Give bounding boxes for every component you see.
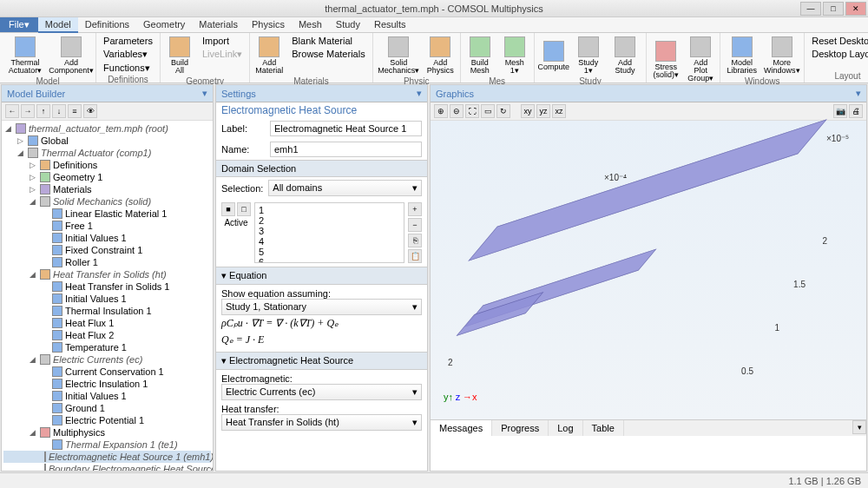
blank-material-menu[interactable]: Blank Material	[288, 35, 368, 47]
zoom-in-icon[interactable]: ⊕	[434, 104, 448, 118]
menu-mesh[interactable]: Mesh	[292, 17, 329, 33]
tree-node[interactable]: ▷Definitions	[3, 159, 211, 171]
tree-node[interactable]: Thermal Insulation 1	[3, 305, 211, 317]
domain-item[interactable]: 3	[257, 226, 402, 236]
heat-transfer-dropdown[interactable]: Heat Transfer in Solids (ht)▾	[221, 414, 422, 431]
compute-button[interactable]: Compute	[538, 35, 569, 76]
variables-menu[interactable]: Variables▾	[100, 48, 156, 61]
tree-node[interactable]: ▷Geometry 1	[3, 171, 211, 183]
tree-node[interactable]: ▷Global	[3, 135, 211, 147]
tree-node[interactable]: Roller 1	[3, 256, 211, 268]
study1-button[interactable]: Study 1▾	[573, 35, 604, 76]
view-xz-icon[interactable]: xz	[552, 104, 566, 118]
tree-node[interactable]: Fixed Constraint 1	[3, 244, 211, 256]
tree-node[interactable]: Temperature 1	[3, 341, 211, 353]
tree-node[interactable]: Electromagnetic Heat Source 1 (emh1)	[3, 451, 211, 463]
tree-node[interactable]: Heat Flux 2	[3, 329, 211, 341]
tree-node[interactable]: Electric Potential 1	[3, 414, 211, 426]
zoom-box-icon[interactable]: ▭	[481, 104, 495, 118]
tree-node[interactable]: ◢Solid Mechanics (solid)	[3, 195, 211, 208]
down-button[interactable]: ↓	[52, 104, 66, 118]
tree-node[interactable]: Initial Values 1	[3, 293, 211, 305]
panel-menu-icon[interactable]: ▾	[852, 420, 866, 434]
tree-node[interactable]: Free 1	[3, 220, 211, 232]
tree-node[interactable]: ◢Heat Transfer in Solids (ht)	[3, 268, 211, 280]
tree-node[interactable]: Ground 1	[3, 402, 211, 414]
domain-item[interactable]: 2	[257, 215, 402, 226]
forward-button[interactable]: →	[21, 104, 35, 118]
tree-node[interactable]: Electric Insulation 1	[3, 378, 211, 390]
zoom-extents-icon[interactable]: ⛶	[465, 104, 479, 118]
eye-icon[interactable]: 👁	[83, 104, 97, 118]
tree-node[interactable]: ▷Materials	[3, 183, 211, 195]
build-all-button[interactable]: Build All	[164, 35, 195, 76]
parameters-menu[interactable]: Parameters	[100, 35, 156, 47]
domain-remove-icon[interactable]: −	[408, 218, 422, 232]
label-input[interactable]	[270, 121, 422, 136]
tree-node[interactable]: Initial Values 1	[3, 390, 211, 402]
view-xy-icon[interactable]: xy	[521, 104, 535, 118]
tree-node[interactable]: ◢Multiphysics	[3, 426, 211, 439]
maximize-button[interactable]: □	[823, 2, 844, 16]
domain-item[interactable]: 6	[257, 257, 402, 263]
study-dropdown[interactable]: Study 1, Stationary▾	[221, 299, 422, 315]
tree-root[interactable]: ◢ thermal_actuator_tem.mph (root)	[3, 122, 211, 135]
domain-item[interactable]: 1	[257, 205, 402, 215]
tree-node[interactable]: ◢Thermal Actuator (comp1)	[3, 147, 211, 159]
close-button[interactable]: ✕	[845, 2, 866, 16]
thermal-actuator-button[interactable]: Thermal Actuator▾	[3, 35, 47, 76]
domain-list[interactable]: 1234567	[254, 202, 404, 263]
tree-node[interactable]: Heat Flux 1	[3, 317, 211, 329]
browse-materials-menu[interactable]: Browse Materials	[288, 48, 368, 60]
add-component-button[interactable]: Add Component▾	[50, 35, 92, 76]
domain-selection-section[interactable]: Domain Selection	[216, 160, 427, 177]
stress-button[interactable]: Stress (solid)▾	[650, 35, 681, 84]
add-plot-group-button[interactable]: Add Plot Group▾	[685, 35, 716, 84]
tab-messages[interactable]: Messages	[431, 420, 492, 436]
menu-model[interactable]: Model	[38, 17, 78, 33]
file-menu[interactable]: File▾	[0, 17, 38, 32]
name-input[interactable]	[270, 142, 422, 157]
back-button[interactable]: ←	[5, 104, 19, 118]
add-physics-button[interactable]: Add Physics	[424, 35, 457, 76]
tree-node[interactable]: Heat Transfer in Solids 1	[3, 280, 211, 293]
active-toggle[interactable]: ■	[221, 202, 235, 216]
tree-node[interactable]: ◢Electric Currents (ec)	[3, 353, 211, 366]
tree-node[interactable]: Thermal Expansion 1 (te1)	[3, 439, 211, 451]
tab-log[interactable]: Log	[549, 420, 582, 436]
electromagnetic-dropdown[interactable]: Electric Currents (ec)▾	[221, 384, 422, 400]
domain-item[interactable]: 4	[257, 236, 402, 247]
menu-physics[interactable]: Physics	[245, 17, 292, 33]
model-libraries-button[interactable]: Model Libraries	[724, 35, 760, 76]
graphics-canvas[interactable]: ×10⁻⁴ ×10⁻⁵ 0.5 1 1.5 2 2 y↑ z →x	[431, 121, 866, 419]
menu-definitions[interactable]: Definitions	[78, 17, 136, 33]
desktop-layout-menu[interactable]: Desktop Layout▾	[808, 48, 868, 61]
view-yz-icon[interactable]: yz	[536, 104, 550, 118]
domain-add-icon[interactable]: +	[408, 202, 422, 216]
add-material-button[interactable]: Add Material	[253, 35, 285, 76]
menu-study[interactable]: Study	[329, 17, 367, 33]
selection-dropdown[interactable]: All domains▾	[268, 180, 422, 196]
show-button[interactable]: ≡	[68, 104, 82, 118]
tab-table[interactable]: Table	[583, 420, 624, 436]
tree-node[interactable]: Boundary Electromagnetic Heat Source 1 (…	[3, 463, 211, 471]
tree-node[interactable]: Current Conservation 1	[3, 366, 211, 378]
domain-paste-icon[interactable]: 📋	[408, 249, 422, 263]
zoom-out-icon[interactable]: ⊖	[450, 104, 464, 118]
build-mesh-button[interactable]: Build Mesh	[464, 35, 496, 76]
panel-pin-icon[interactable]: ▾	[417, 88, 422, 99]
solid-mechanics-button[interactable]: Solid Mechanics▾	[377, 35, 421, 76]
menu-materials[interactable]: Materials	[192, 17, 245, 33]
tree-node[interactable]: Linear Elastic Material 1	[3, 208, 211, 220]
tree-node[interactable]: Initial Values 1	[3, 232, 211, 244]
import-menu[interactable]: Import	[199, 35, 246, 47]
emhs-section[interactable]: ▾ Electromagnetic Heat Source	[216, 352, 427, 370]
tab-progress[interactable]: Progress	[492, 420, 549, 436]
menu-geometry[interactable]: Geometry	[136, 17, 192, 33]
minimize-button[interactable]: —	[800, 2, 821, 16]
screenshot-icon[interactable]: 📷	[833, 104, 847, 118]
print-icon[interactable]: 🖨	[849, 104, 863, 118]
panel-pin-icon[interactable]: ▾	[856, 88, 861, 99]
more-windows-button[interactable]: More Windows▾	[763, 35, 800, 76]
menu-results[interactable]: Results	[367, 17, 413, 33]
